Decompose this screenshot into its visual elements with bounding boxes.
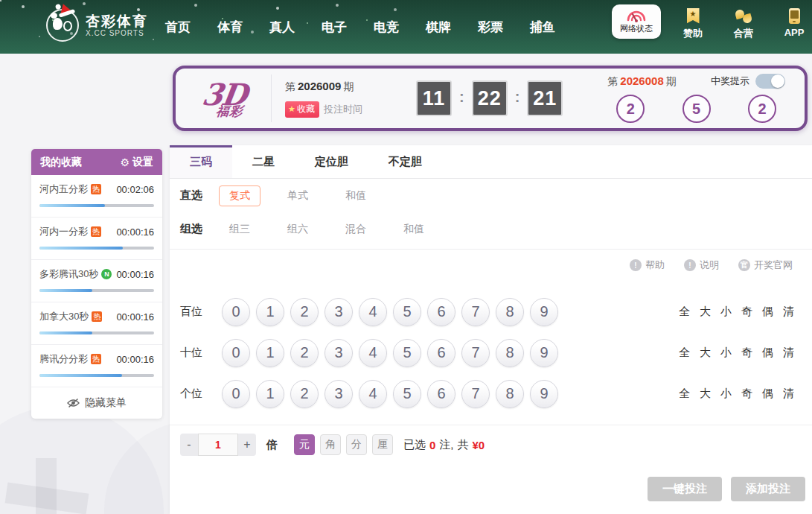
digit-button-十位-9[interactable]: 9 <box>530 339 558 367</box>
win-tip-toggle[interactable] <box>755 74 785 89</box>
unit-button-角[interactable]: 角 <box>320 434 341 455</box>
nav-item-彩票[interactable]: 彩票 <box>478 19 503 36</box>
filter-清[interactable]: 清 <box>783 387 794 401</box>
lottery-list-item[interactable]: 加拿大30秒热00:00:16 <box>31 302 162 345</box>
nav-item-捕鱼[interactable]: 捕鱼 <box>530 19 555 36</box>
nav-item-电竞[interactable]: 电竞 <box>374 19 399 36</box>
digit-button-个位-9[interactable]: 9 <box>530 380 558 408</box>
digit-button-十位-2[interactable]: 2 <box>290 339 319 367</box>
filter-小[interactable]: 小 <box>720 305 732 319</box>
filter-大[interactable]: 大 <box>700 346 711 360</box>
multiplier-minus-button[interactable]: - <box>180 434 198 456</box>
play-option-和值[interactable]: 和值 <box>335 185 377 206</box>
tab-三码[interactable]: 三码 <box>170 145 232 178</box>
lottery-list-item[interactable]: 河内五分彩热00:02:06 <box>31 175 162 218</box>
digit-button-个位-2[interactable]: 2 <box>290 380 319 408</box>
screen: 杏彩体育 X.CC SPORTS 首页体育真人电子电竞棋牌彩票捕鱼 网络状态 ★… <box>0 0 812 514</box>
digit-button-十位-8[interactable]: 8 <box>496 339 524 367</box>
digit-button-十位-1[interactable]: 1 <box>256 339 284 367</box>
digit-button-百位-2[interactable]: 2 <box>290 298 319 326</box>
quick-link-赞助[interactable]: ★赞助 <box>676 7 710 40</box>
play-option-复式[interactable]: 复式 <box>219 185 260 206</box>
unit-button-分[interactable]: 分 <box>346 434 367 455</box>
digit-button-十位-4[interactable]: 4 <box>359 339 387 367</box>
play-option-组三[interactable]: 组三 <box>219 219 260 240</box>
nav-item-真人[interactable]: 真人 <box>269 19 295 36</box>
digit-button-个位-7[interactable]: 7 <box>461 380 490 408</box>
action-button-添加投注[interactable]: 添加投注 <box>731 477 805 501</box>
digit-button-百位-6[interactable]: 6 <box>427 298 455 326</box>
filter-奇[interactable]: 奇 <box>741 346 752 360</box>
action-button-一键投注[interactable]: 一键投注 <box>648 477 722 501</box>
filter-偶[interactable]: 偶 <box>762 346 773 360</box>
digit-button-百位-8[interactable]: 8 <box>496 298 524 326</box>
digit-button-个位-4[interactable]: 4 <box>359 380 387 408</box>
result-number: 2 <box>616 95 645 123</box>
filter-奇[interactable]: 奇 <box>741 305 752 319</box>
digit-button-个位-5[interactable]: 5 <box>393 380 421 408</box>
filter-全[interactable]: 全 <box>679 346 690 360</box>
digit-button-个位-0[interactable]: 0 <box>222 380 250 408</box>
help-link-帮助[interactable]: !帮助 <box>630 258 665 272</box>
nav-item-棋牌[interactable]: 棋牌 <box>426 19 451 36</box>
digit-button-十位-0[interactable]: 0 <box>222 339 250 367</box>
digit-button-十位-7[interactable]: 7 <box>461 339 490 367</box>
lottery-list-item[interactable]: 河内一分彩热00:00:16 <box>31 218 162 260</box>
filter-全[interactable]: 全 <box>679 305 690 319</box>
digit-button-十位-5[interactable]: 5 <box>393 339 421 367</box>
multiplier-plus-button[interactable]: + <box>238 434 256 456</box>
main-nav: 首页体育真人电子电竞棋牌彩票捕鱼 <box>165 0 555 54</box>
filter-清[interactable]: 清 <box>783 305 794 319</box>
digit-button-百位-5[interactable]: 5 <box>393 298 421 326</box>
row-filters: 全大小奇偶清 <box>679 305 812 319</box>
settings-button[interactable]: ⚙ 设置 <box>120 156 153 169</box>
digit-button-个位-1[interactable]: 1 <box>256 380 284 408</box>
play-option-组六[interactable]: 组六 <box>277 219 319 240</box>
play-option-混合[interactable]: 混合 <box>335 219 377 240</box>
hide-menu-button[interactable]: 隐藏菜单 <box>31 387 162 419</box>
digit-button-个位-8[interactable]: 8 <box>496 380 524 408</box>
digit-button-百位-3[interactable]: 3 <box>325 298 353 326</box>
filter-全[interactable]: 全 <box>679 387 690 401</box>
digit-button-十位-3[interactable]: 3 <box>325 339 353 367</box>
nav-item-首页[interactable]: 首页 <box>165 19 191 36</box>
tab-定位胆[interactable]: 定位胆 <box>295 145 368 178</box>
digit-button-个位-3[interactable]: 3 <box>325 380 353 408</box>
lottery-list-item[interactable]: 多彩腾讯30秒N00:00:16 <box>31 260 162 302</box>
quick-link-APP[interactable]: APP <box>777 7 811 40</box>
previous-draw-block: 第2026008期 中奖提示 252 <box>595 74 805 123</box>
nav-item-电子[interactable]: 电子 <box>322 19 347 36</box>
tab-不定胆[interactable]: 不定胆 <box>368 145 442 178</box>
play-option-和值[interactable]: 和值 <box>393 219 435 240</box>
filter-清[interactable]: 清 <box>783 346 794 360</box>
digit-button-百位-0[interactable]: 0 <box>222 298 250 326</box>
filter-奇[interactable]: 奇 <box>741 387 752 401</box>
lottery-countdown: 00:00:16 <box>116 226 154 238</box>
help-link-说明[interactable]: !说明 <box>684 258 719 272</box>
filter-偶[interactable]: 偶 <box>762 305 773 319</box>
filter-小[interactable]: 小 <box>720 387 732 401</box>
quick-link-合营[interactable]: 合营 <box>726 7 761 40</box>
filter-偶[interactable]: 偶 <box>762 387 773 401</box>
digit-button-百位-1[interactable]: 1 <box>256 298 284 326</box>
nav-item-体育[interactable]: 体育 <box>217 19 243 36</box>
network-status-button[interactable]: 网络状态 <box>612 4 661 39</box>
site-logo[interactable]: 杏彩体育 X.CC SPORTS <box>46 9 148 42</box>
digit-button-百位-7[interactable]: 7 <box>461 298 490 326</box>
digit-button-十位-6[interactable]: 6 <box>427 339 455 367</box>
favorite-button[interactable]: ★收藏 <box>285 101 319 118</box>
multiplier-input[interactable]: 1 <box>198 434 238 456</box>
unit-button-厘[interactable]: 厘 <box>372 434 393 455</box>
filter-大[interactable]: 大 <box>700 305 711 319</box>
lottery-list-item[interactable]: 腾讯分分彩热00:00:16 <box>31 345 162 387</box>
digit-button-百位-9[interactable]: 9 <box>530 298 558 326</box>
help-links: !帮助!说明官开奖官网 <box>170 250 812 281</box>
filter-大[interactable]: 大 <box>700 387 711 401</box>
unit-button-元[interactable]: 元 <box>294 434 315 455</box>
tab-二星[interactable]: 二星 <box>232 145 295 178</box>
filter-小[interactable]: 小 <box>720 346 732 360</box>
digit-button-百位-4[interactable]: 4 <box>359 298 387 326</box>
play-option-单式[interactable]: 单式 <box>277 185 319 206</box>
digit-button-个位-6[interactable]: 6 <box>427 380 455 408</box>
help-link-开奖官网[interactable]: 官开奖官网 <box>738 258 793 272</box>
